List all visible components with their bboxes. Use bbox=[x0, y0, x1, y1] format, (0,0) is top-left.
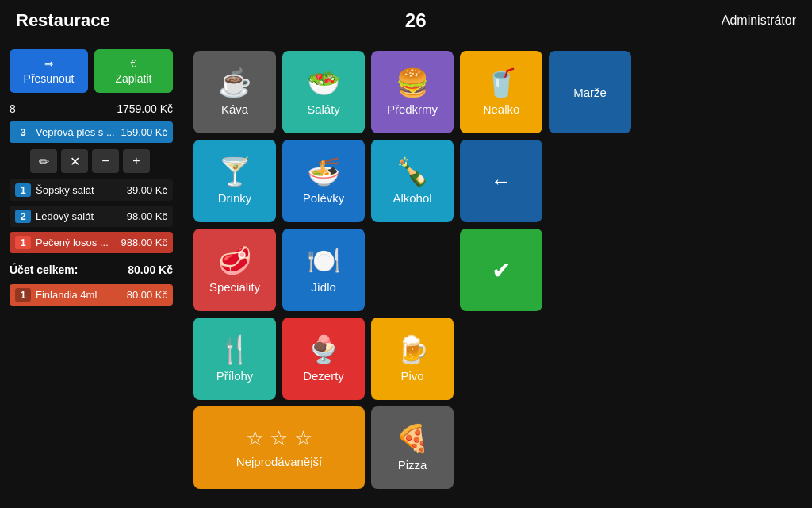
zaplatit-label: Zaplatit bbox=[116, 72, 152, 85]
category-row-2: 🍸 Drinky 🍜 Polévky 🍾 Alkohol ← bbox=[193, 140, 801, 222]
zaplatit-button[interactable]: € Zaplatit bbox=[94, 49, 173, 93]
salaty-label: Saláty bbox=[307, 102, 340, 116]
kava-icon: ☕ bbox=[218, 69, 251, 96]
category-salaty[interactable]: 🥗 Saláty bbox=[282, 51, 365, 133]
order-item-4[interactable]: 1 Pečený losos ... 988.00 Kč bbox=[10, 232, 173, 253]
order-count: 8 bbox=[10, 102, 16, 115]
dezerty-icon: 🍨 bbox=[307, 336, 340, 363]
item-qty-3: 2 bbox=[15, 210, 31, 223]
drinky-icon: 🍸 bbox=[218, 158, 251, 185]
category-row-3: 🥩 Speciality 🍽️ Jídlo ✔ bbox=[193, 229, 801, 311]
category-kava[interactable]: ☕ Káva bbox=[193, 51, 276, 133]
item-price-2: 39.00 Kč bbox=[127, 184, 167, 196]
category-pizza[interactable]: 🍕 Pizza bbox=[371, 406, 454, 489]
category-pivo[interactable]: 🍺 Pivo bbox=[371, 318, 454, 400]
alkohol-icon: 🍾 bbox=[396, 158, 429, 185]
edit-minus-button[interactable]: − bbox=[92, 149, 119, 173]
euro-icon: € bbox=[131, 57, 137, 70]
bottom-item-name: Finlandia 4ml bbox=[36, 289, 122, 301]
main-layout: ⇒ Přesunout € Zaplatit 8 1759.00 Kč 3 Ve… bbox=[0, 41, 812, 508]
pizza-label: Pizza bbox=[398, 458, 427, 471]
pivo-icon: 🍺 bbox=[396, 336, 429, 363]
nejprodavanejsi-label: Nejprodávanější bbox=[236, 455, 322, 468]
bottom-item-price: 80.00 Kč bbox=[127, 289, 167, 301]
order-summary-row: 8 1759.00 Kč bbox=[10, 101, 173, 117]
salaty-icon: 🥗 bbox=[307, 69, 340, 96]
total-row: Účet celkem: 80.00 Kč bbox=[10, 260, 173, 279]
nealko-label: Nealko bbox=[483, 102, 520, 116]
presunut-button[interactable]: ⇒ Přesunout bbox=[10, 49, 88, 93]
category-jidlo[interactable]: 🍽️ Jídlo bbox=[282, 229, 365, 311]
arrow-back-button[interactable]: ← bbox=[460, 140, 542, 222]
order-item-1[interactable]: 3 Vepřová ples s ... 159.00 Kč bbox=[10, 121, 173, 143]
item-name-1: Vepřová ples s ... bbox=[36, 126, 116, 138]
category-row-5: ☆ ☆ ☆ Nejprodávanější 🍕 Pizza bbox=[193, 406, 801, 489]
edit-delete-button[interactable]: ✕ bbox=[61, 149, 88, 173]
nejprodavanejsi-icon: ☆ ☆ ☆ bbox=[246, 428, 312, 448]
bottom-item[interactable]: 1 Finlandia 4ml 80.00 Kč bbox=[10, 284, 173, 306]
speciality-label: Speciality bbox=[209, 280, 260, 294]
order-total: 1759.00 Kč bbox=[117, 102, 173, 115]
marze-label: Marže bbox=[573, 86, 607, 99]
item-price-3: 98.00 Kč bbox=[127, 210, 167, 222]
category-predkrmy[interactable]: 🍔 Předkrmy bbox=[371, 51, 454, 133]
item-qty-2: 1 bbox=[15, 183, 31, 197]
item-name-4: Pečený losos ... bbox=[36, 237, 116, 248]
right-panel: ☕ Káva 🥗 Saláty 🍔 Předkrmy 🥤 Nealko Marž… bbox=[182, 41, 812, 508]
category-row-1: ☕ Káva 🥗 Saláty 🍔 Předkrmy 🥤 Nealko Marž… bbox=[193, 51, 801, 133]
action-buttons: ⇒ Přesunout € Zaplatit bbox=[10, 49, 173, 93]
category-nejprodavanejsi[interactable]: ☆ ☆ ☆ Nejprodávanější bbox=[193, 406, 365, 489]
total-label: Účet celkem: bbox=[10, 264, 78, 276]
jidlo-label: Jídlo bbox=[311, 280, 336, 294]
item-price-4: 988.00 Kč bbox=[121, 237, 167, 248]
prilohy-icon: 🍴 bbox=[218, 336, 251, 363]
edit-plus-button[interactable]: + bbox=[123, 149, 150, 173]
item-qty-1: 3 bbox=[15, 125, 31, 139]
item-price-1: 159.00 Kč bbox=[121, 126, 167, 138]
jidlo-icon: 🍽️ bbox=[307, 247, 340, 274]
drinky-label: Drinky bbox=[218, 191, 252, 205]
item-name-3: Ledový salát bbox=[36, 210, 122, 222]
right-utility-col-3: ✔ bbox=[460, 229, 542, 311]
confirm-button[interactable]: ✔ bbox=[460, 229, 542, 311]
predkrmy-label: Předkrmy bbox=[387, 102, 438, 116]
prilohy-label: Přílohy bbox=[216, 369, 254, 383]
category-speciality[interactable]: 🥩 Speciality bbox=[193, 229, 276, 311]
category-polevy[interactable]: 🍜 Polévky bbox=[282, 140, 365, 222]
dezerty-label: Dezerty bbox=[303, 369, 344, 383]
category-prilohy[interactable]: 🍴 Přílohy bbox=[193, 318, 276, 400]
presunut-label: Přesunout bbox=[24, 72, 75, 85]
nealko-icon: 🥤 bbox=[485, 69, 518, 96]
kava-label: Káva bbox=[221, 102, 248, 116]
order-item-2[interactable]: 1 Šopský salát 39.00 Kč bbox=[10, 179, 173, 201]
order-item-3[interactable]: 2 Ledový salát 98.00 Kč bbox=[10, 206, 173, 227]
bottom-item-qty: 1 bbox=[15, 288, 31, 302]
user-label: Administrátor bbox=[722, 13, 796, 28]
empty-cell-row3 bbox=[371, 229, 454, 311]
category-alkohol[interactable]: 🍾 Alkohol bbox=[371, 140, 454, 222]
category-dezerty[interactable]: 🍨 Dezerty bbox=[282, 318, 365, 400]
polevy-icon: 🍜 bbox=[307, 158, 340, 185]
item-name-2: Šopský salát bbox=[36, 184, 122, 196]
right-utility-col-2: ← bbox=[460, 140, 542, 222]
speciality-icon: 🥩 bbox=[218, 247, 251, 274]
marze-button[interactable]: Marže bbox=[549, 51, 631, 133]
alkohol-label: Alkohol bbox=[393, 191, 431, 205]
edit-controls: ✏ ✕ − + bbox=[10, 148, 173, 175]
arrow-icon: ← bbox=[491, 169, 511, 194]
app-title: Restaurace bbox=[16, 10, 110, 31]
category-nealko[interactable]: 🥤 Nealko bbox=[460, 51, 542, 133]
presunut-icon: ⇒ bbox=[44, 57, 54, 70]
edit-pencil-button[interactable]: ✏ bbox=[30, 149, 57, 173]
left-panel: ⇒ Přesunout € Zaplatit 8 1759.00 Kč 3 Ve… bbox=[0, 41, 182, 508]
table-number: 26 bbox=[405, 10, 427, 32]
check-icon: ✔ bbox=[492, 256, 511, 284]
item-qty-4: 1 bbox=[15, 236, 31, 249]
header: Restaurace 26 Administrátor bbox=[0, 0, 812, 41]
category-row-4: 🍴 Přílohy 🍨 Dezerty 🍺 Pivo bbox=[193, 318, 801, 400]
category-drinky[interactable]: 🍸 Drinky bbox=[193, 140, 276, 222]
polevy-label: Polévky bbox=[303, 191, 345, 205]
predkrmy-icon: 🍔 bbox=[396, 69, 429, 96]
total-value: 80.00 Kč bbox=[128, 264, 173, 276]
pivo-label: Pivo bbox=[400, 369, 423, 383]
